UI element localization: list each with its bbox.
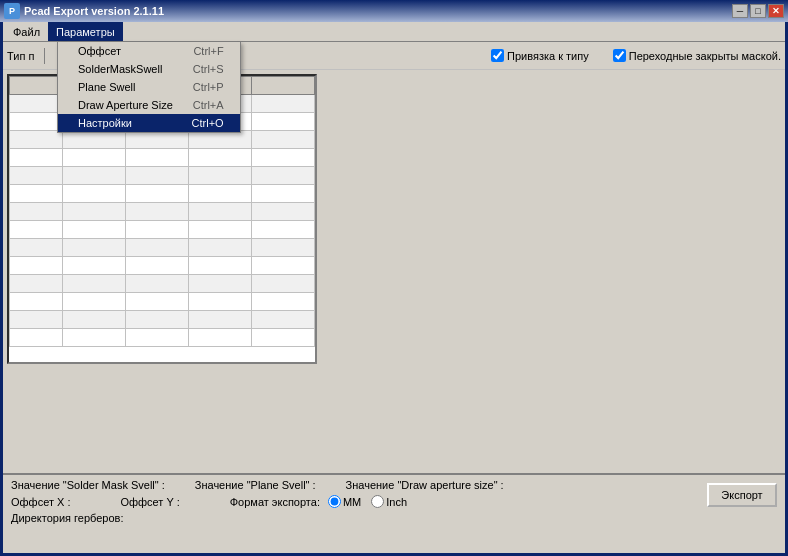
window-title: Pcad Export version 2.1.11	[24, 5, 164, 17]
window-body: Значение "Solder Mask Svell" : Значение …	[3, 70, 785, 553]
table-row	[10, 329, 315, 347]
table-row	[10, 275, 315, 293]
offsety-field: Оффсет Y :	[120, 496, 179, 508]
table-row	[10, 131, 315, 149]
title-bar: P Pcad Export version 2.1.11 ─ □ ✕	[0, 0, 788, 22]
checkbox2-label: Переходные закрыты маской.	[613, 49, 781, 62]
directory-field: Директория герберов:	[11, 512, 124, 524]
offsety-label: Оффсет Y :	[120, 496, 179, 508]
export-format-field: Формат экспорта: MM Inch	[230, 495, 407, 508]
close-button[interactable]: ✕	[768, 4, 784, 18]
soldermask-field: Значение "Solder Mask Svell" :	[11, 479, 165, 491]
maximize-button[interactable]: □	[750, 4, 766, 18]
table-row	[10, 203, 315, 221]
table-row	[10, 149, 315, 167]
dropdown-item-planeswell[interactable]: Plane Swell Ctrl+P	[58, 78, 240, 96]
table-row	[10, 293, 315, 311]
window-frame: Файл Параметры Оффсет Ctrl+F SolderMaskS…	[0, 22, 788, 556]
dropdown-menu: Оффсет Ctrl+F SolderMaskSwell Ctrl+S Pla…	[57, 42, 241, 133]
directory-label: Директория герберов:	[11, 512, 124, 524]
checkbox1[interactable]	[491, 49, 504, 62]
status-row-3: Директория герберов:	[11, 512, 777, 524]
status-row-1: Значение "Solder Mask Svell" : Значение …	[11, 479, 777, 491]
planeswell-label: Значение "Plane Svell" :	[195, 479, 316, 491]
table-row	[10, 257, 315, 275]
radio-mm-text: MM	[343, 496, 361, 508]
dropdown-item-offset[interactable]: Оффсет Ctrl+F	[58, 42, 240, 60]
app-icon: P	[4, 3, 20, 19]
checkbox2[interactable]	[613, 49, 626, 62]
table-row	[10, 221, 315, 239]
offsetx-field: Оффсет X :	[11, 496, 70, 508]
export-button[interactable]: Экспорт	[707, 483, 777, 507]
radio-mm-label: MM	[328, 495, 361, 508]
col-header-0	[10, 77, 63, 95]
planeswell-field: Значение "Plane Svell" :	[195, 479, 316, 491]
table-row	[10, 167, 315, 185]
radio-group: MM Inch	[328, 495, 407, 508]
table-row	[10, 239, 315, 257]
dropdown-item-soldermask[interactable]: SolderMaskSwell Ctrl+S	[58, 60, 240, 78]
minimize-button[interactable]: ─	[732, 4, 748, 18]
radio-mm[interactable]	[328, 495, 341, 508]
checkbox1-label: Привязка к типу	[491, 49, 589, 62]
soldermask-label: Значение "Solder Mask Svell" :	[11, 479, 165, 491]
radio-inch[interactable]	[371, 495, 384, 508]
table-row	[10, 185, 315, 203]
table-row	[10, 311, 315, 329]
status-row-2: Оффсет X : Оффсет Y : Формат экспорта: M…	[11, 495, 777, 508]
menu-params[interactable]: Параметры	[48, 22, 123, 41]
drawaperture-field: Значение "Draw aperture size" :	[346, 479, 504, 491]
dropdown-item-drawaperture[interactable]: Draw Aperture Size Ctrl+A	[58, 96, 240, 114]
col-header-4	[251, 77, 314, 95]
radio-inch-text: Inch	[386, 496, 407, 508]
window-controls: ─ □ ✕	[732, 4, 784, 18]
radio-inch-label: Inch	[371, 495, 407, 508]
menu-file[interactable]: Файл	[5, 22, 48, 41]
dropdown-item-settings[interactable]: Настройки Ctrl+O	[58, 114, 240, 132]
toolbar-checkboxes: Привязка к типу Переходные закрыты маско…	[491, 49, 781, 62]
menu-bar: Файл Параметры Оффсет Ctrl+F SolderMaskS…	[3, 22, 785, 42]
drawaperture-label: Значение "Draw aperture size" :	[346, 479, 504, 491]
type-label: Тип п	[7, 50, 34, 62]
export-format-label: Формат экспорта:	[230, 496, 320, 508]
offsetx-label: Оффсет X :	[11, 496, 70, 508]
status-bar: Значение "Solder Mask Svell" : Значение …	[3, 473, 785, 553]
